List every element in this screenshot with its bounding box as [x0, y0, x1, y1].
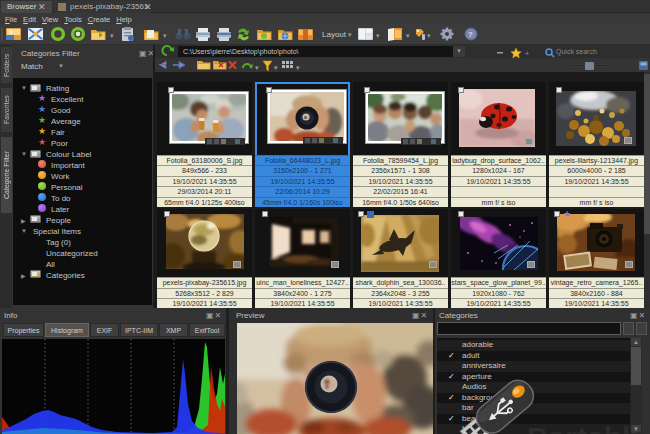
- svg-text:▾: ▾: [274, 64, 278, 71]
- svg-text:?: ?: [468, 30, 473, 39]
- svg-text:+: +: [525, 50, 529, 57]
- svg-text:▾: ▾: [163, 32, 167, 39]
- svg-text:▾: ▾: [376, 32, 380, 39]
- svg-text:▾: ▾: [406, 32, 410, 39]
- svg-text:Layout: Layout: [322, 30, 347, 39]
- svg-text:▾: ▾: [348, 31, 352, 38]
- svg-text:▾: ▾: [255, 64, 259, 71]
- svg-text:▾: ▾: [427, 32, 431, 39]
- svg-text:▾: ▾: [110, 32, 114, 39]
- svg-text:▾: ▾: [296, 64, 300, 71]
